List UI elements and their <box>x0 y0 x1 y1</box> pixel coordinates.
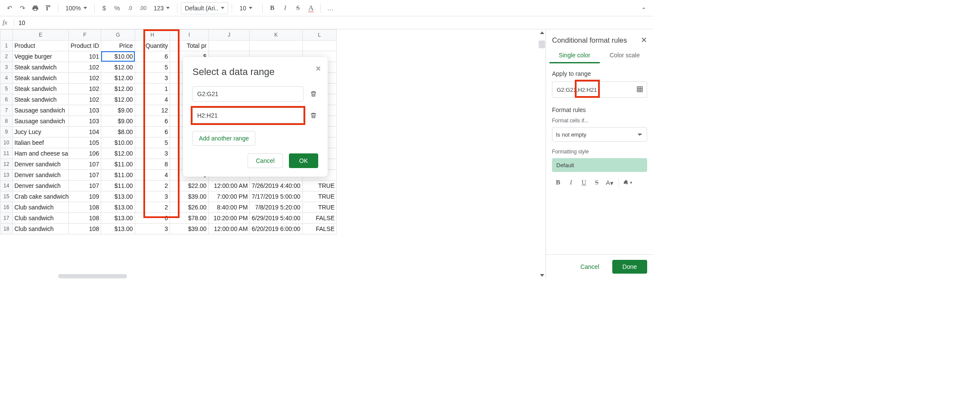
row-header-17[interactable]: 17 <box>0 213 13 224</box>
style-strike-button[interactable]: S <box>591 176 603 188</box>
column-header-J[interactable]: J <box>208 30 250 41</box>
italic-button[interactable]: I <box>279 2 291 14</box>
row-header-12[interactable]: 12 <box>0 159 13 170</box>
row-header-4[interactable]: 4 <box>0 73 13 84</box>
bold-button[interactable]: B <box>266 2 278 14</box>
cell-E12[interactable]: Denver sandwich <box>12 159 68 170</box>
row-header-16[interactable]: 16 <box>0 202 13 213</box>
cell-L17[interactable]: FALSE <box>302 213 337 224</box>
row-header-15[interactable]: 15 <box>0 191 13 202</box>
dialog-close-button[interactable]: × <box>316 64 321 74</box>
cell-H4[interactable]: 3 <box>135 73 170 84</box>
cell-E7[interactable]: Sausage sandwich <box>12 105 68 116</box>
column-header-E[interactable]: E <box>12 30 68 41</box>
cell-H1[interactable]: Quantity <box>135 41 170 51</box>
cell-J15[interactable]: 7:00:00 PM <box>208 191 250 202</box>
row-header-13[interactable]: 13 <box>0 170 13 181</box>
panel-close-button[interactable]: ✕ <box>641 35 647 45</box>
panel-cancel-button[interactable]: Cancel <box>573 260 607 274</box>
font-dropdown[interactable]: Default (Ari... <box>181 2 228 14</box>
vertical-scrollbar[interactable] <box>539 29 545 279</box>
cell-G3[interactable]: $12.00 <box>101 62 135 73</box>
cell-H7[interactable]: 12 <box>135 105 170 116</box>
style-underline-button[interactable]: U <box>578 176 590 188</box>
cell-K1[interactable] <box>250 41 302 51</box>
dialog-ok-button[interactable]: OK <box>289 153 318 168</box>
style-text-color-button[interactable]: A▾ <box>604 176 616 188</box>
percent-button[interactable]: % <box>111 2 123 14</box>
cell-F8[interactable]: 103 <box>68 116 101 127</box>
horizontal-scrollbar[interactable] <box>58 274 127 278</box>
cell-F12[interactable]: 107 <box>68 159 101 170</box>
cell-H3[interactable]: 5 <box>135 62 170 73</box>
row-header-3[interactable]: 3 <box>0 62 13 73</box>
cell-F15[interactable]: 109 <box>68 191 101 202</box>
text-color-button[interactable]: A <box>305 2 317 14</box>
cell-G18[interactable]: $13.00 <box>101 224 135 234</box>
cell-G6[interactable]: $12.00 <box>101 94 135 105</box>
currency-button[interactable]: $ <box>98 2 110 14</box>
cell-K14[interactable]: 7/26/2019 4:40:00 <box>250 181 302 191</box>
cell-G9[interactable]: $8.00 <box>101 127 135 137</box>
more-toolbar-button[interactable]: … <box>324 2 336 14</box>
decrease-decimal-button[interactable]: .0 <box>124 2 136 14</box>
style-bold-button[interactable]: B <box>552 176 564 188</box>
cell-F17[interactable]: 108 <box>68 213 101 224</box>
tab-single-color[interactable]: Single color <box>549 47 600 63</box>
cell-G17[interactable]: $13.00 <box>101 213 135 224</box>
cell-G11[interactable]: $12.00 <box>101 148 135 159</box>
row-header-18[interactable]: 18 <box>0 224 13 234</box>
cell-H11[interactable]: 3 <box>135 148 170 159</box>
zoom-dropdown[interactable]: 100% <box>62 2 91 14</box>
cell-E11[interactable]: Ham and cheese san <box>12 148 68 159</box>
cell-G2[interactable]: $10.00 <box>101 51 135 62</box>
cell-K18[interactable]: 6/20/2019 6:00:00 <box>250 224 302 234</box>
cell-E1[interactable]: Product <box>12 41 68 51</box>
cell-G12[interactable]: $11.00 <box>101 159 135 170</box>
cell-G13[interactable]: $11.00 <box>101 170 135 181</box>
row-header-11[interactable]: 11 <box>0 148 13 159</box>
row-header-14[interactable]: 14 <box>0 181 13 191</box>
row-header-6[interactable]: 6 <box>0 94 13 105</box>
corner-cell[interactable] <box>0 30 13 41</box>
cell-F9[interactable]: 104 <box>68 127 101 137</box>
cell-E18[interactable]: Club sandwich <box>12 224 68 234</box>
cell-H5[interactable]: 1 <box>135 84 170 94</box>
paint-format-button[interactable] <box>42 2 54 14</box>
row-header-7[interactable]: 7 <box>0 105 13 116</box>
range-input-2[interactable] <box>192 108 304 123</box>
delete-range-2-button[interactable] <box>309 111 318 120</box>
cell-E16[interactable]: Club sandwich <box>12 202 68 213</box>
cell-L18[interactable]: FALSE <box>302 224 337 234</box>
cell-L14[interactable]: TRUE <box>302 181 337 191</box>
cell-G10[interactable]: $10.00 <box>101 137 135 148</box>
cell-F18[interactable]: 108 <box>68 224 101 234</box>
delete-range-1-button[interactable] <box>309 89 318 99</box>
cell-E6[interactable]: Steak sandwich <box>12 94 68 105</box>
cell-E4[interactable]: Steak sandwich <box>12 73 68 84</box>
cell-H13[interactable]: 4 <box>135 170 170 181</box>
cell-E2[interactable]: Veggie burger <box>12 51 68 62</box>
cell-E15[interactable]: Crab cake sandwich <box>12 191 68 202</box>
cell-E10[interactable]: Italian beef <box>12 137 68 148</box>
cell-E8[interactable]: Sausage sandwich <box>12 116 68 127</box>
cell-H18[interactable]: 3 <box>135 224 170 234</box>
cell-I14[interactable]: $22.00 <box>170 181 209 191</box>
cell-I17[interactable]: $78.00 <box>170 213 209 224</box>
cell-F13[interactable]: 107 <box>68 170 101 181</box>
column-header-L[interactable]: L <box>302 30 337 41</box>
cell-H8[interactable]: 6 <box>135 116 170 127</box>
cell-G15[interactable]: $13.00 <box>101 191 135 202</box>
select-range-icon[interactable] <box>636 86 643 94</box>
cell-G4[interactable]: $12.00 <box>101 73 135 84</box>
cell-F6[interactable]: 102 <box>68 94 101 105</box>
column-header-H[interactable]: H <box>135 30 170 41</box>
cell-G14[interactable]: $11.00 <box>101 181 135 191</box>
print-button[interactable] <box>29 2 41 14</box>
cell-F1[interactable]: Product ID <box>68 41 101 51</box>
cell-L1[interactable] <box>302 41 337 51</box>
cell-G5[interactable]: $12.00 <box>101 84 135 94</box>
cell-E13[interactable]: Denver sandwich <box>12 170 68 181</box>
formula-input[interactable] <box>16 19 653 26</box>
cell-G8[interactable]: $9.00 <box>101 116 135 127</box>
